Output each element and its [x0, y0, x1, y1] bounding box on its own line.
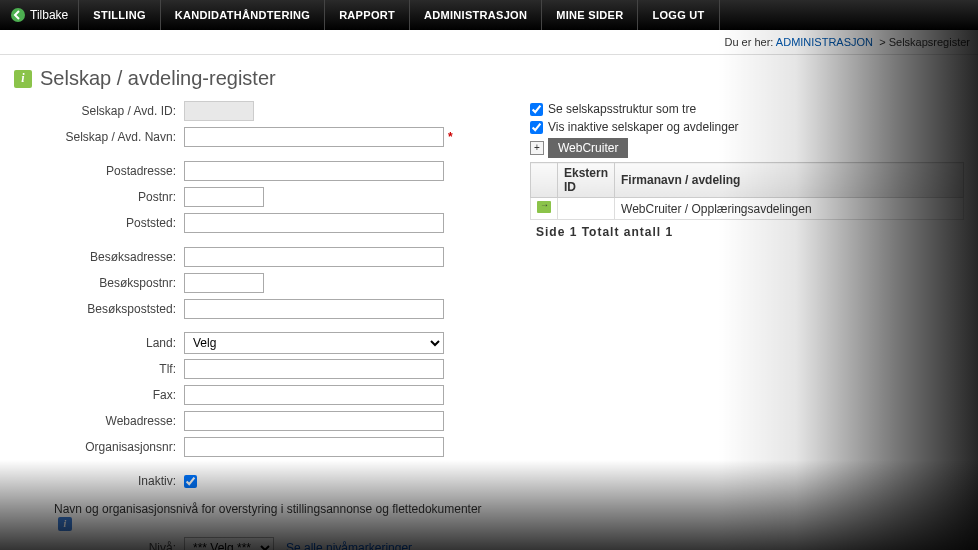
breadcrumb-prefix: Du er her:: [724, 36, 773, 48]
input-besoksadresse[interactable]: [184, 247, 444, 267]
label-name: Selskap / Avd. Navn:: [14, 130, 184, 144]
select-land[interactable]: Velg: [184, 332, 444, 354]
label-orgnr: Organisasjonsnr:: [14, 440, 184, 454]
nav-admin[interactable]: ADMINISTRASJON: [410, 0, 542, 30]
row-firma: WebCruiter / Opplæringsavdelingen: [615, 198, 964, 220]
label-land: Land:: [14, 336, 184, 350]
nav-rapport[interactable]: RAPPORT: [325, 0, 410, 30]
label-nivaa: Nivå:: [14, 541, 184, 551]
override-subheading: Navn og organisasjonsnivå for overstyrin…: [14, 496, 500, 537]
input-poststed[interactable]: [184, 213, 444, 233]
tree-expand-icon[interactable]: +: [530, 141, 544, 155]
col-firma[interactable]: Firmanavn / avdeling: [615, 163, 964, 198]
input-orgnr[interactable]: [184, 437, 444, 457]
label-postnr: Postnr:: [14, 190, 184, 204]
select-nivaa[interactable]: *** Velg ***: [184, 537, 274, 551]
label-webadresse: Webadresse:: [14, 414, 184, 428]
page-title: i Selskap / avdeling-register: [0, 55, 978, 100]
label-id: Selskap / Avd. ID:: [14, 104, 184, 118]
input-name[interactable]: [184, 127, 444, 147]
form-panel: Selskap / Avd. ID: Selskap / Avd. Navn: …: [14, 100, 500, 550]
label-besokspostnr: Besøkspostnr:: [14, 276, 184, 290]
label-postadresse: Postadresse:: [14, 164, 184, 178]
label-tree-view: Se selskapsstruktur som tre: [548, 102, 696, 116]
checkbox-tree-view[interactable]: [530, 103, 543, 116]
input-besokspostnr[interactable]: [184, 273, 264, 293]
nav-loggut[interactable]: LOGG UT: [638, 0, 719, 30]
input-postadresse[interactable]: [184, 161, 444, 181]
col-extern[interactable]: Ekstern ID: [558, 163, 615, 198]
back-arrow-icon: [10, 7, 26, 23]
input-postnr[interactable]: [184, 187, 264, 207]
subheading-text: Navn og organisasjonsnivå for overstyrin…: [54, 502, 482, 516]
nav-stilling[interactable]: STILLING: [79, 0, 161, 30]
input-webadresse[interactable]: [184, 411, 444, 431]
back-button[interactable]: Tilbake: [0, 0, 79, 30]
breadcrumb-page: Selskapsregister: [889, 36, 970, 48]
required-mark: *: [448, 130, 453, 144]
label-tlf: Tlf:: [14, 362, 184, 376]
checkbox-show-inactive[interactable]: [530, 121, 543, 134]
input-fax[interactable]: [184, 385, 444, 405]
label-show-inactive: Vis inaktive selskaper og avdelinger: [548, 120, 739, 134]
breadcrumb: Du er her: ADMINISTRASJON > Selskapsregi…: [0, 30, 978, 55]
label-poststed: Poststed:: [14, 216, 184, 230]
col-icon: [531, 163, 558, 198]
input-id: [184, 101, 254, 121]
pager: Side 1 Totalt antall 1: [530, 220, 964, 244]
row-edit-icon[interactable]: [531, 198, 558, 220]
checkbox-inaktiv[interactable]: [184, 475, 197, 488]
label-inaktiv: Inaktiv:: [14, 474, 184, 488]
link-nivaa-all[interactable]: Se alle nivåmarkeringer: [286, 541, 412, 551]
page-title-text: Selskap / avdeling-register: [40, 67, 276, 90]
svg-point-0: [11, 8, 25, 22]
company-table: Ekstern ID Firmanavn / avdeling WebCruit…: [530, 162, 964, 220]
nav-kandidat[interactable]: KANDIDATHÅNDTERING: [161, 0, 325, 30]
top-nav: Tilbake STILLING KANDIDATHÅNDTERING RAPP…: [0, 0, 978, 30]
label-besokspoststed: Besøkspoststed:: [14, 302, 184, 316]
back-label: Tilbake: [30, 8, 68, 22]
input-tlf[interactable]: [184, 359, 444, 379]
row-extern: [558, 198, 615, 220]
input-besokspoststed[interactable]: [184, 299, 444, 319]
table-row[interactable]: WebCruiter / Opplæringsavdelingen: [531, 198, 964, 220]
label-besoksadresse: Besøksadresse:: [14, 250, 184, 264]
tree-panel: Se selskapsstruktur som tre Vis inaktive…: [530, 100, 964, 550]
info-inline-icon[interactable]: i: [58, 517, 72, 531]
nav-minesider[interactable]: MINE SIDER: [542, 0, 638, 30]
info-icon: i: [14, 70, 32, 88]
label-fax: Fax:: [14, 388, 184, 402]
breadcrumb-sep: >: [879, 36, 885, 48]
breadcrumb-section[interactable]: ADMINISTRASJON: [776, 36, 873, 48]
tree-root-label[interactable]: WebCruiter: [548, 138, 628, 158]
